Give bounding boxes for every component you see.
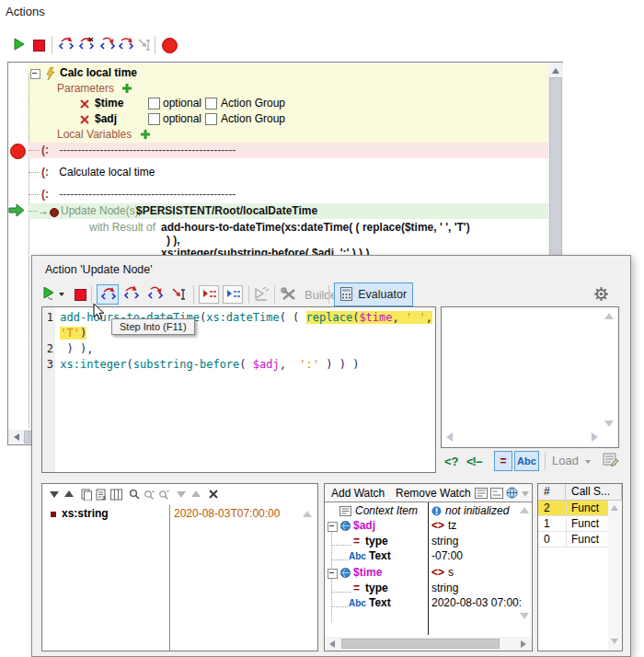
watch-row-adj-type[interactable]: = type: [325, 534, 428, 549]
scroll-right-arrow[interactable]: [521, 640, 526, 648]
callstack-vscrollbar[interactable]: [608, 501, 622, 651]
step-out-icon[interactable]: [147, 286, 164, 303]
show-text-button[interactable]: Abc: [514, 451, 539, 471]
tree-row-update-node[interactable]: → Update Node(s) $PERSISTENT/Root/localD…: [38, 203, 535, 219]
up-disabled-icon: [191, 490, 201, 497]
scroll-down-arrow[interactable]: [520, 613, 529, 619]
add-variable-icon[interactable]: [140, 129, 151, 140]
globe-icon[interactable]: [506, 487, 518, 499]
goto-next-icon[interactable]: [50, 491, 59, 498]
scroll-up-arrow[interactable]: [604, 313, 614, 319]
scroll-up-arrow[interactable]: [520, 507, 529, 513]
scroll-up-arrow[interactable]: [303, 511, 312, 517]
evaluator-button[interactable]: Evaluator: [334, 282, 413, 306]
watch-value-context: not initialized: [429, 503, 532, 519]
run-dropdown-arrow[interactable]: [59, 293, 64, 296]
columns-icon[interactable]: [110, 489, 122, 501]
comment-dashes: ----------------------------------------…: [59, 144, 236, 156]
node-glyph: <>: [431, 518, 444, 534]
step-over-icon[interactable]: [78, 37, 95, 53]
find-icon[interactable]: [129, 489, 141, 501]
copy-line-icon[interactable]: [81, 489, 92, 501]
watch-row-time-type[interactable]: = type: [325, 581, 428, 596]
view-list-icon[interactable]: [475, 488, 488, 499]
toggle-breakpoint-icon[interactable]: [162, 38, 178, 53]
find-next-icon[interactable]: [158, 489, 170, 501]
goto-prev-icon[interactable]: [64, 490, 74, 497]
scroll-left-arrow[interactable]: [446, 432, 453, 442]
scroll-left-arrow[interactable]: [329, 640, 335, 648]
stop-icon[interactable]: [33, 40, 45, 52]
settings-gear-icon[interactable]: [593, 286, 609, 302]
step-into-icon[interactable]: [58, 37, 75, 53]
xml-pi-icon[interactable]: <?: [444, 455, 459, 468]
result-panel[interactable]: [441, 306, 619, 448]
scroll-down-arrow[interactable]: [604, 421, 614, 427]
watch-hscroll-thumb[interactable]: [341, 639, 500, 649]
builder-button[interactable]: Builder: [281, 285, 340, 305]
header-down-arrow[interactable]: [522, 491, 529, 497]
watch-row-context[interactable]: Context Item: [325, 503, 428, 519]
edit-form-icon[interactable]: [603, 452, 619, 468]
add-watch-button[interactable]: Add Watch: [331, 487, 385, 500]
watch-row-adj[interactable]: $adj: [325, 518, 428, 534]
collapse-box[interactable]: [328, 522, 338, 532]
scroll-up-arrow[interactable]: [611, 505, 618, 511]
watch-row-time-text[interactable]: Abc Text: [325, 595, 428, 611]
action-group-checkbox[interactable]: [205, 98, 217, 110]
watch-row-time[interactable]: $time: [325, 565, 428, 581]
delete-param-icon[interactable]: [80, 115, 89, 124]
show-equals-button[interactable]: =: [494, 451, 512, 471]
xml-comment-icon[interactable]: <!--: [466, 455, 482, 468]
callstack-col-num[interactable]: #: [538, 484, 566, 501]
stop-icon[interactable]: [75, 289, 86, 301]
tree-row-param-time[interactable]: $time optional Action Group: [80, 96, 522, 111]
collapse-box[interactable]: [30, 69, 40, 79]
tree-row-parameters[interactable]: Parameters: [57, 81, 132, 97]
watch-hscrollbar[interactable]: [325, 637, 532, 651]
breakpoint-icon[interactable]: [10, 144, 26, 159]
tree-row-comment2[interactable]: (: Calculate local time: [41, 165, 155, 180]
evaluator-label: Evaluator: [358, 288, 407, 301]
type-label: type: [365, 534, 388, 549]
optional-checkbox[interactable]: [148, 113, 160, 125]
copy-all-icon[interactable]: a: [96, 489, 108, 501]
param-name: $time: [95, 96, 123, 111]
optional-checkbox[interactable]: [148, 98, 160, 110]
delete-param-icon[interactable]: [80, 99, 89, 109]
watch-var-name: $time: [353, 565, 382, 581]
clear-icon[interactable]: [208, 489, 219, 500]
tree-row-comment3[interactable]: (: -------------------------------------…: [41, 187, 236, 202]
scroll-down-arrow[interactable]: [611, 639, 618, 644]
add-parameter-icon[interactable]: [121, 83, 132, 94]
load-button[interactable]: Load: [552, 454, 579, 467]
callstack-col-name[interactable]: Call S...: [566, 484, 622, 501]
watch-row-adj-text[interactable]: Abc Text: [325, 548, 428, 564]
insert-breakpoint-button[interactable]: [199, 285, 219, 304]
view-compact-icon[interactable]: [490, 488, 503, 499]
step-over-icon[interactable]: [123, 286, 140, 303]
scroll-up-arrow[interactable]: [552, 68, 559, 74]
insert-tracepoint-button[interactable]: [223, 285, 243, 304]
run-icon[interactable]: [13, 38, 26, 51]
run-icon[interactable]: [43, 287, 56, 301]
tree-row-local-variables[interactable]: Local Variables: [57, 127, 151, 143]
output-row[interactable]: xs:string 2020-08-03T07:00:00: [42, 506, 317, 522]
scroll-left-arrow[interactable]: [14, 433, 19, 441]
step-out-icon[interactable]: [99, 37, 116, 53]
action-group-checkbox[interactable]: [205, 113, 217, 125]
action-bullet-icon: [50, 208, 59, 217]
scroll-right-arrow[interactable]: [592, 432, 598, 442]
tree-row-root[interactable]: Calc local time: [30, 65, 527, 81]
run-to-cursor-icon[interactable]: [171, 286, 188, 303]
step-current-icon[interactable]: [118, 37, 134, 53]
remove-watch-button[interactable]: Remove Watch: [396, 487, 471, 500]
collapse-box[interactable]: [328, 569, 338, 579]
expression-editor[interactable]: 1 add-hours-to-dateTime(xs:dateTime( ( r…: [41, 306, 436, 473]
tree-row-comment1[interactable]: (: -------------------------------------…: [41, 143, 236, 158]
output-column-splitter[interactable]: [169, 505, 170, 651]
load-dropdown-arrow[interactable]: [585, 460, 591, 464]
tree-row-param-adj[interactable]: $adj optional Action Group: [80, 111, 522, 127]
step-into-button[interactable]: [97, 284, 119, 305]
find-prev-icon[interactable]: [144, 489, 155, 501]
